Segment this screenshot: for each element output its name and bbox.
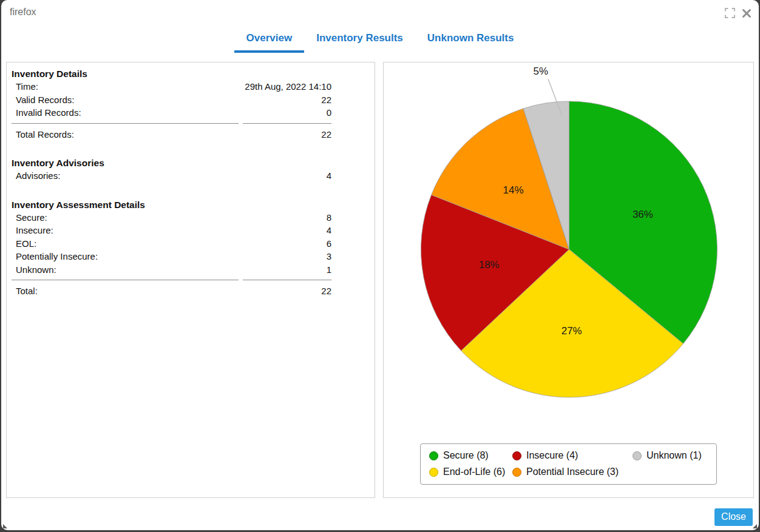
tab-overview[interactable]: Overview (234, 24, 305, 53)
detail-value: 3 (243, 250, 331, 263)
detail-value: 22 (243, 93, 331, 107)
detail-row-secure: Secure: 8 (12, 211, 331, 224)
close-button[interactable]: Close (714, 508, 753, 526)
pie-percent-label-secure: 36% (633, 209, 653, 220)
detail-label: Valid Records: (12, 93, 239, 107)
section-heading: Inventory Advisories (12, 157, 331, 169)
section-heading: Inventory Assessment Details (12, 198, 331, 211)
legend-label: End-of-Life (6) (443, 466, 505, 477)
detail-label: Invalid Records: (12, 106, 239, 120)
detail-value: 0 (243, 106, 331, 120)
detail-row-total-records: Total Records: 22 (12, 123, 331, 141)
section-inventory-details: Inventory Details Time: 29th Aug, 2022 1… (12, 67, 331, 141)
detail-total-label: Total: (12, 280, 239, 298)
assessment-pie-chart: 36%27%18%14%5% (384, 62, 753, 439)
legend-swatch-unknown (633, 451, 642, 460)
detail-row-total: Total: 22 (12, 280, 331, 298)
detail-row-unknown: Unknown: 1 (12, 263, 331, 277)
detail-row-potentially-insecure: Potentially Insecure: 3 (12, 250, 331, 263)
legend-label: Potential Insecure (3) (526, 466, 619, 477)
detail-row-advisories: Advisories: 4 (12, 169, 331, 183)
maximize-icon[interactable] (725, 8, 735, 18)
detail-row-eol: EOL: 6 (12, 237, 331, 251)
section-inventory-advisories: Inventory Advisories Advisories: 4 (12, 157, 331, 183)
legend-swatch-secure (429, 451, 438, 460)
close-icon[interactable] (742, 8, 752, 18)
window-controls (725, 8, 752, 18)
pie-percent-label-insecure: 18% (479, 259, 500, 271)
detail-label: Potentially Insecure: (12, 250, 239, 263)
legend-label: Secure (8) (443, 450, 489, 461)
detail-total-value: 22 (243, 280, 331, 298)
assessment-chart-panel: 36%27%18%14%5% Secure (8) Insecure (4) U… (383, 62, 754, 498)
inventory-details-panel: Inventory Details Time: 29th Aug, 2022 1… (6, 62, 375, 498)
section-inventory-assessment: Inventory Assessment Details Secure: 8 I… (12, 198, 331, 298)
chart-legend: Secure (8) Insecure (4) Unknown (1) End-… (420, 443, 717, 485)
detail-label: Insecure: (12, 224, 239, 237)
resize-grip-left[interactable] (3, 524, 7, 528)
section-heading: Inventory Details (12, 67, 331, 80)
pie-percent-label-unknown: 5% (534, 66, 549, 77)
legend-item-secure: Secure (8) (429, 450, 512, 461)
detail-label: Unknown: (12, 263, 239, 277)
detail-label: EOL: (12, 237, 239, 251)
dialog-title: firefox (10, 7, 36, 18)
legend-item-potential-insecure: Potential Insecure (3) (512, 466, 633, 477)
detail-row-valid-records: Valid Records: 22 (12, 93, 331, 107)
detail-value: 6 (243, 237, 331, 251)
legend-item-insecure: Insecure (4) (512, 450, 633, 461)
legend-swatch-end-of-life (429, 468, 438, 477)
dialog-titlebar: firefox (1, 0, 759, 24)
detail-row-invalid-records: Invalid Records: 0 (12, 106, 331, 120)
legend-label: Insecure (4) (526, 450, 578, 461)
legend-item-unknown: Unknown (1) (633, 450, 716, 461)
legend-item-end-of-life: End-of-Life (6) (429, 466, 512, 477)
detail-total-value: 22 (243, 123, 331, 141)
detail-total-label: Total Records: (12, 123, 239, 141)
tab-bar: Overview Inventory Results Unknown Resul… (1, 24, 759, 53)
detail-row-insecure: Insecure: 4 (12, 224, 331, 237)
tab-inventory-results[interactable]: Inventory Results (304, 24, 415, 53)
legend-label: Unknown (1) (646, 450, 702, 461)
legend-swatch-potential-insecure (512, 468, 521, 477)
detail-row-time: Time: 29th Aug, 2022 14:10 (12, 80, 331, 93)
detail-value: 4 (243, 224, 331, 237)
tab-unknown-results[interactable]: Unknown Results (415, 24, 526, 53)
dialog-content: Inventory Details Time: 29th Aug, 2022 1… (1, 53, 759, 498)
detail-value: 29th Aug, 2022 14:10 (243, 80, 331, 93)
detail-label: Time: (12, 80, 239, 93)
legend-swatch-insecure (512, 451, 521, 460)
pie-percent-label-end-of-life: 27% (562, 325, 582, 337)
detail-value: 1 (243, 263, 331, 277)
detail-value: 4 (243, 169, 331, 183)
modal-dialog: firefox Overview Inventory Results Unkno… (1, 0, 759, 530)
detail-label: Advisories: (12, 169, 239, 183)
resize-grip-right[interactable] (753, 524, 757, 528)
detail-label: Secure: (12, 211, 239, 224)
dialog-footer: Close (714, 508, 753, 526)
detail-value: 8 (243, 211, 331, 224)
pie-percent-label-potential-insecure: 14% (503, 184, 524, 196)
